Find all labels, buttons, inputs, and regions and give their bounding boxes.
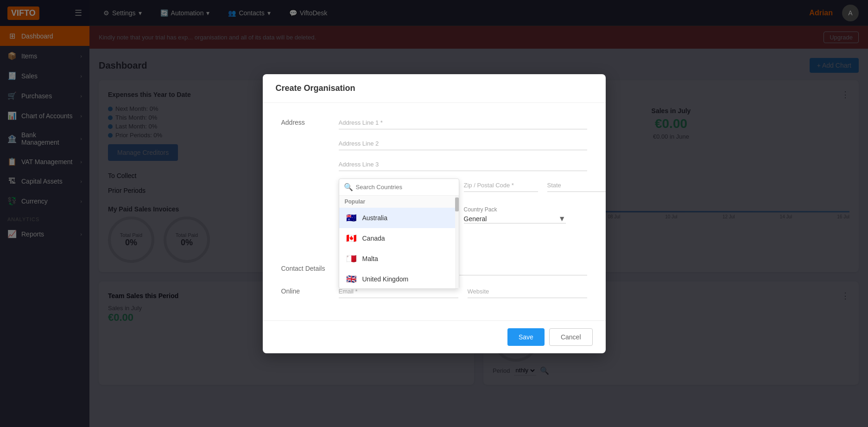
canada-flag: 🇨🇦	[345, 232, 358, 245]
website-input[interactable]	[468, 285, 587, 298]
cancel-button[interactable]: Cancel	[549, 328, 593, 346]
country-search-box: 🔍	[339, 179, 459, 196]
country-item-uk[interactable]: 🇬🇧 United Kingdom	[339, 269, 459, 288]
country-list: Popular 🇦🇺 Australia 🇨🇦 Canada	[339, 196, 459, 288]
malta-label: Malta	[362, 255, 378, 262]
country-item-malta[interactable]: 🇲🇹 Malta	[339, 249, 459, 269]
uk-label: United Kingdom	[362, 275, 409, 283]
search-icon: 🔍	[344, 183, 353, 191]
popular-label: Popular	[339, 196, 459, 208]
zip-input[interactable]	[464, 178, 538, 192]
modal-body: Address 🔍	[263, 103, 606, 320]
address-label: Address	[281, 116, 328, 178]
country-pack-chevron[interactable]: ▼	[558, 215, 566, 223]
modal-title: Create Organisation	[263, 74, 606, 103]
address-line2-input[interactable]	[339, 137, 587, 150]
online-label: Online	[281, 285, 328, 298]
australia-label: Australia	[362, 214, 387, 222]
malta-flag: 🇲🇹	[345, 252, 358, 265]
country-item-canada[interactable]: 🇨🇦 Canada	[339, 228, 459, 249]
country-pack-value: General	[464, 215, 558, 223]
uk-flag: 🇬🇧	[345, 273, 358, 286]
modal-overlay: Create Organisation Address 🔍	[0, 0, 868, 427]
australia-flag: 🇦🇺	[345, 211, 358, 224]
canada-label: Canada	[362, 235, 385, 242]
country-dropdown: 🔍 Popular 🇦🇺 Australia	[339, 178, 459, 289]
save-button[interactable]: Save	[507, 328, 545, 346]
state-input[interactable]	[547, 178, 606, 192]
country-pack-label: Country Pack	[464, 206, 566, 213]
country-search-input[interactable]	[356, 184, 454, 191]
contact-label: Contact Details	[281, 262, 328, 275]
address-section: Address 🔍	[281, 116, 587, 178]
country-item-australia[interactable]: 🇦🇺 Australia	[339, 208, 459, 228]
modal-footer: Save Cancel	[263, 320, 606, 353]
create-organisation-modal: Create Organisation Address 🔍	[263, 74, 606, 353]
address-line1-input[interactable]	[339, 116, 587, 129]
address-line3-input[interactable]	[339, 158, 587, 171]
